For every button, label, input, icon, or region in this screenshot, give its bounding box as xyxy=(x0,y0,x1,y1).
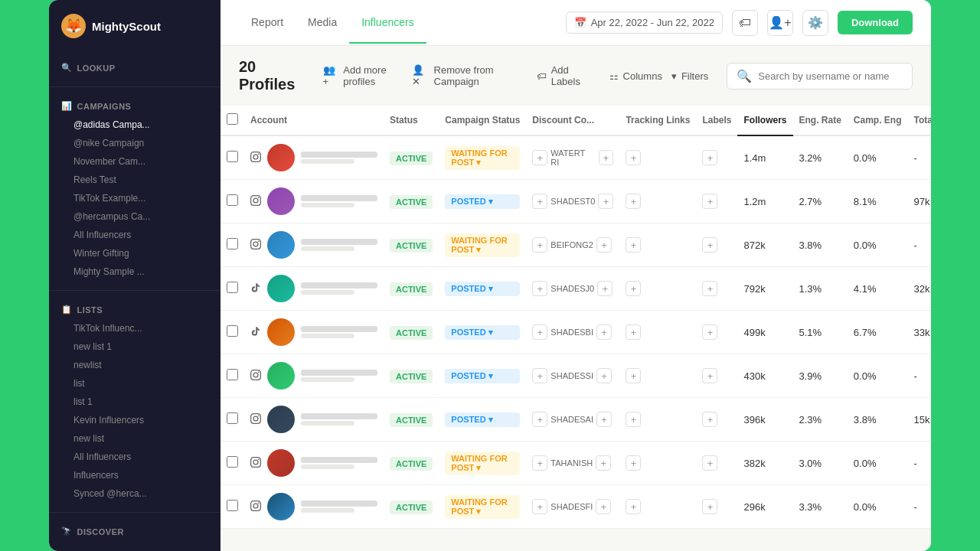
select-all-checkbox[interactable] xyxy=(227,113,238,125)
sidebar-item-newlist[interactable]: newlist xyxy=(49,356,220,374)
sidebar-item-new-list-1[interactable]: new list 1 xyxy=(49,337,220,356)
sidebar-item-list-1[interactable]: list 1 xyxy=(49,393,220,411)
add-tracking-button[interactable]: + xyxy=(626,412,641,427)
add-label-button[interactable]: + xyxy=(702,237,717,253)
camp-eng-cell: 4.1% xyxy=(848,267,908,311)
add-tracking-button[interactable]: + xyxy=(626,455,641,471)
followers-col-header[interactable]: Followers xyxy=(737,106,792,135)
discount-options-button[interactable]: + xyxy=(599,150,614,165)
add-tracking-button[interactable]: + xyxy=(626,368,641,383)
campaign-status-cell: POSTED ▾ xyxy=(439,311,526,354)
discount-options-button[interactable]: + xyxy=(596,237,612,253)
add-label-button[interactable]: + xyxy=(702,324,717,340)
sidebar-item-tiktok-influencers[interactable]: TikTok Influenc... xyxy=(49,319,220,337)
add-tracking-button[interactable]: + xyxy=(626,281,641,296)
discount-options-button[interactable]: + xyxy=(598,194,613,209)
sidebar-item-all-influencers[interactable]: All Influencers xyxy=(49,226,220,244)
logo: 🦊 MightyScout xyxy=(49,0,220,52)
add-user-icon-btn[interactable]: 👤+ xyxy=(767,10,793,36)
add-tracking-button[interactable]: + xyxy=(626,499,641,514)
discount-options-button[interactable]: + xyxy=(596,412,612,427)
row-checkbox[interactable] xyxy=(227,500,238,511)
add-discount-button[interactable]: + xyxy=(532,499,547,514)
sidebar-item-reels[interactable]: Reels Test xyxy=(49,171,220,189)
tab-media[interactable]: Media xyxy=(296,2,349,44)
add-label-button[interactable]: + xyxy=(702,499,717,514)
status-cell: ACTIVE xyxy=(384,180,439,223)
eng-rate-cell: 3.0% xyxy=(793,442,848,485)
account-info xyxy=(301,500,377,513)
add-discount-button[interactable]: + xyxy=(532,412,547,427)
discount-options-button[interactable]: + xyxy=(597,281,612,296)
row-checkbox[interactable] xyxy=(227,369,238,380)
sidebar-item-all-influencers-list[interactable]: All Influencers xyxy=(49,448,220,466)
account-name-bar xyxy=(301,239,377,245)
row-checkbox[interactable] xyxy=(227,238,238,249)
add-label-button[interactable]: + xyxy=(702,150,717,165)
sidebar-item-winter[interactable]: Winter Gifting xyxy=(49,244,220,262)
discount-options-button[interactable]: + xyxy=(596,324,612,340)
sidebar-item-synced[interactable]: Synced @herca... xyxy=(49,484,220,503)
settings-icon-btn[interactable]: ⚙️ xyxy=(802,10,828,36)
tab-influencers[interactable]: Influencers xyxy=(349,2,426,44)
add-discount-button[interactable]: + xyxy=(532,281,547,296)
sidebar-item-adidas[interactable]: @adidas Campa... xyxy=(49,116,220,134)
search-input[interactable] xyxy=(758,70,903,82)
sidebar-item-tiktok[interactable]: TikTok Example... xyxy=(49,189,220,207)
add-label-button[interactable]: + xyxy=(702,368,717,383)
avatar xyxy=(267,406,295,433)
row-checkbox[interactable] xyxy=(227,325,238,337)
add-discount-button[interactable]: + xyxy=(532,455,547,471)
add-discount-button[interactable]: + xyxy=(532,237,547,253)
account-cell xyxy=(250,187,377,215)
discount-options-button[interactable]: + xyxy=(596,499,611,514)
row-checkbox[interactable] xyxy=(227,151,238,162)
sidebar-item-kevin[interactable]: Kevin Influencers xyxy=(49,411,220,429)
tag-icon-btn[interactable]: 🏷 xyxy=(732,10,758,36)
toolbar-actions: 👤✕ Remove from Campaign 🏷 Add Labels xyxy=(412,64,591,87)
sidebar-item-influencers[interactable]: Influencers xyxy=(49,466,220,484)
sidebar-item-list[interactable]: list xyxy=(49,374,220,393)
add-labels-button[interactable]: 🏷 Add Labels xyxy=(537,64,591,87)
row-checkbox[interactable] xyxy=(227,194,238,206)
download-button[interactable]: Download xyxy=(838,11,913,34)
row-checkbox[interactable] xyxy=(227,412,238,424)
sidebar-item-new-list[interactable]: new list xyxy=(49,429,220,448)
add-label-button[interactable]: + xyxy=(702,194,717,209)
sidebar-item-hercampus[interactable]: @hercampus Ca... xyxy=(49,207,220,226)
eng-rate-col-header[interactable]: Eng. Rate xyxy=(793,106,848,135)
date-range[interactable]: 📅 Apr 22, 2022 - Jun 22, 2022 xyxy=(566,11,723,34)
account-info xyxy=(301,239,377,251)
discount-code: SHADESBI xyxy=(550,328,593,337)
tab-report[interactable]: Report xyxy=(239,2,296,44)
add-label-button[interactable]: + xyxy=(702,455,717,471)
add-profiles-button[interactable]: 👥+ Add more profiles xyxy=(323,64,412,87)
add-discount-button[interactable]: + xyxy=(532,324,547,340)
labels-cell: + xyxy=(696,223,737,267)
discount-options-button[interactable]: + xyxy=(596,455,611,471)
discover-section-header: 🔭 DISCOVER xyxy=(49,522,220,541)
row-checkbox[interactable] xyxy=(227,456,238,468)
add-tracking-button[interactable]: + xyxy=(626,324,641,340)
sidebar-item-mighty-sample[interactable]: Mighty Sample ... xyxy=(49,262,220,281)
camp-eng-cell: 6.7% xyxy=(848,311,908,354)
add-label-button[interactable]: + xyxy=(702,412,717,427)
camp-eng-col-header[interactable]: Camp. Eng xyxy=(848,106,908,135)
columns-button[interactable]: ⚏ Columns xyxy=(609,70,662,82)
filters-button[interactable]: ▾ Filters xyxy=(671,70,708,82)
add-label-button[interactable]: + xyxy=(702,281,717,296)
sidebar-item-nike[interactable]: @nike Campaign xyxy=(49,134,220,152)
row-checkbox[interactable] xyxy=(227,282,238,293)
status-col-header: Status xyxy=(384,106,439,135)
remove-from-campaign-button[interactable]: 👤✕ Remove from Campaign xyxy=(412,64,524,87)
labels-cell: + xyxy=(696,311,737,354)
sidebar-item-november[interactable]: November Cam... xyxy=(49,152,220,171)
total-eng-col-header[interactable]: Total Eng. xyxy=(908,106,931,135)
add-tracking-button[interactable]: + xyxy=(626,237,641,253)
add-discount-button[interactable]: + xyxy=(532,194,547,209)
add-tracking-button[interactable]: + xyxy=(626,194,641,209)
discount-options-button[interactable]: + xyxy=(596,368,612,383)
add-discount-button[interactable]: + xyxy=(532,150,547,165)
add-tracking-button[interactable]: + xyxy=(626,150,641,165)
add-discount-button[interactable]: + xyxy=(532,368,547,383)
